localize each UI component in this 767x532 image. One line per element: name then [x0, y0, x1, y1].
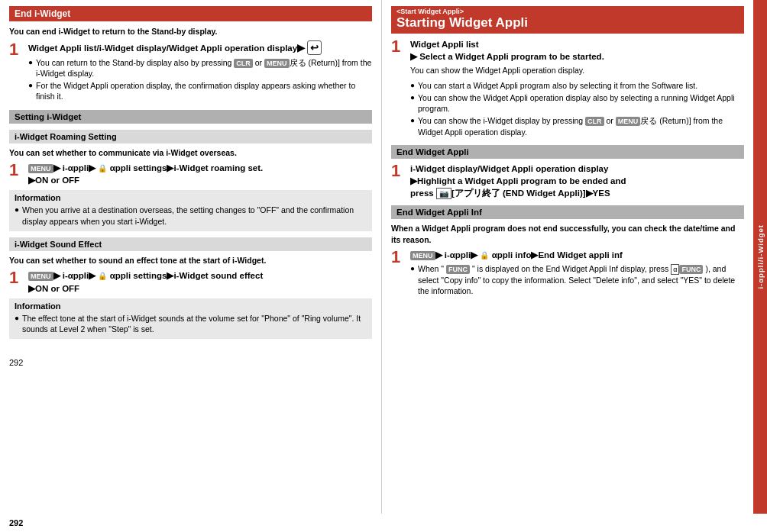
roaming-info-body: ● When you arrive at a destination overs… — [15, 205, 367, 226]
side-tab-label: i-αppli/i-Widget — [756, 224, 765, 289]
bullet-item: ● When " FUNC " is displayed on the End … — [410, 263, 744, 296]
step1-content: Widget Appli list/i-Widget display/Widge… — [28, 41, 372, 104]
content-area: End i-Widget You can end i-Widget to ret… — [0, 0, 767, 514]
menu-key: MENU — [410, 251, 435, 260]
bullet-text: You can start a Widget Appli program als… — [418, 80, 697, 91]
sound-header: i-Widget Sound Effect — [9, 237, 372, 251]
roaming-header: i-Widget Roaming Setting — [9, 130, 372, 143]
menu-key: MENU — [264, 59, 290, 68]
end-widget-appli-inf-step1: 1 MENU▶ i-αppli▶ 🔒 αppli info▶End Widget… — [391, 249, 744, 298]
sound-step1: 1 MENU▶ i-αppli▶ 🔒 αppli settings▶i-Widg… — [9, 269, 372, 294]
menu-key: MENU — [616, 117, 641, 126]
step1-title: Widget Appli list/i-Widget display/Widge… — [28, 41, 372, 55]
page-outer: End i-Widget You can end i-Widget to ret… — [0, 0, 767, 514]
start-widget-step1-body: You can show the Widget Appli operation … — [410, 65, 744, 76]
end-iwidget-header: End i-Widget — [9, 6, 372, 21]
bullet-text: You can show the Widget Appli operation … — [418, 92, 744, 114]
roaming-info-title: Information — [15, 193, 367, 202]
alpha-key: α — [671, 264, 679, 275]
bullet-dot: ● — [15, 205, 22, 226]
roaming-body: You can set whether to communicate via i… — [9, 147, 372, 159]
roaming-step1-content: MENU▶ i-αppli▶ 🔒 αppli settings▶i-Widget… — [28, 162, 372, 186]
bullet-text: You can show the i-Widget display by pre… — [418, 115, 744, 137]
roaming-info-box: Information ● When you arrive at a desti… — [9, 190, 372, 231]
bullet-item: ● You can return to the Stand-by display… — [28, 57, 372, 79]
end-widget-appli-inf-header: End Widget Appli Inf — [391, 205, 744, 219]
start-widget-step1-subtitle: ▶ Select a Widget Appli program to be st… — [410, 50, 744, 63]
end-widget-appli-step1: 1 i-Widget display/Widget Appli operatio… — [391, 163, 744, 199]
start-widget-step1-title: Widget Appli list — [410, 38, 744, 50]
start-widget-header-main: Starting Widget Appli — [391, 15, 744, 34]
start-widget-step1: 1 Widget Appli list ▶ Select a Widget Ap… — [391, 38, 744, 139]
bullet-dot: ● — [410, 263, 418, 296]
bullet-dot: ● — [28, 57, 36, 79]
sound-info-title: Information — [15, 301, 367, 311]
bullet-dot: ● — [410, 80, 418, 91]
sound-step1-title: MENU▶ i-αppli▶ 🔒 αppli settings▶i-Widget… — [28, 269, 372, 294]
func-key2: FUNC — [679, 265, 703, 274]
page-number-bottom: 292 — [0, 514, 767, 532]
bullet-item: ● You can show the i-Widget display by p… — [410, 115, 744, 137]
clr-key: CLR — [234, 59, 253, 68]
setting-iwidget-header: Setting i-Widget — [9, 110, 372, 124]
bullet-item: ● You can start a Widget Appli program a… — [410, 80, 744, 91]
bullet-item: ● You can show the Widget Appli operatio… — [410, 92, 744, 114]
end-iwidget-body: You can end i-Widget to return to the St… — [9, 26, 372, 37]
step-number: 1 — [391, 163, 406, 199]
bullet-dot: ● — [410, 92, 418, 114]
side-tab: i-αppli/i-Widget — [753, 0, 767, 514]
sound-info-text: The effect tone at the start of i-Widget… — [22, 313, 367, 334]
roaming-step1-title: MENU▶ i-αppli▶ 🔒 αppli settings▶i-Widget… — [28, 162, 372, 186]
bullet-dot: ● — [410, 115, 418, 137]
roaming-info-text: When you arrive at a destination oversea… — [22, 205, 367, 226]
left-column: End i-Widget You can end i-Widget to ret… — [0, 0, 382, 514]
start-widget-step1-content: Widget Appli list ▶ Select a Widget Appl… — [410, 38, 744, 139]
bullet-dot: ● — [28, 80, 36, 102]
step-number-1: 1 — [9, 41, 24, 104]
camera-key: 📷 — [436, 188, 451, 199]
end-widget-appli-inf-step1-title: MENU▶ i-αppli▶ 🔒 αppli info▶End Widget a… — [410, 249, 744, 261]
sound-info-box: Information ● The effect tone at the sta… — [9, 298, 372, 339]
step-number: 1 — [9, 162, 24, 186]
menu-key: MENU — [28, 272, 53, 281]
start-widget-header-top: <Start Widget Appli> — [391, 6, 744, 15]
end-widget-appli-step1-content: i-Widget display/Widget Appli operation … — [410, 163, 744, 199]
func-key: FUNC — [446, 265, 470, 274]
sound-body: You can set whether to sound an effect t… — [9, 255, 372, 266]
end-widget-appli-header: End Widget Appli — [391, 145, 744, 159]
right-column: <Start Widget Appli> Starting Widget App… — [382, 0, 753, 514]
menu-key: MENU — [28, 164, 53, 173]
sound-step1-content: MENU▶ i-αppli▶ 🔒 αppli settings▶i-Widget… — [28, 269, 372, 294]
end-widget-appli-inf-bullets: ● When " FUNC " is displayed on the End … — [410, 263, 744, 296]
start-widget-bullets: ● You can start a Widget Appli program a… — [410, 80, 744, 137]
bullet-text: For the Widget Appli operation display, … — [36, 80, 372, 102]
sound-info-body: ● The effect tone at the start of i-Widg… — [15, 313, 367, 334]
bullet-dot: ● — [15, 313, 22, 334]
end-iwidget-step1: 1 Widget Appli list/i-Widget display/Wid… — [9, 41, 372, 104]
step-number: 1 — [9, 269, 24, 294]
page-number: 292 — [9, 343, 372, 367]
step-number: 1 — [391, 249, 406, 298]
end-widget-appli-inf-body: When a Widget Appli program does not end… — [391, 223, 744, 245]
end-widget-appli-step1-title: i-Widget display/Widget Appli operation … — [410, 163, 744, 199]
step1-bullets: ● You can return to the Stand-by display… — [28, 57, 372, 102]
bullet-item: ● For the Widget Appli operation display… — [28, 80, 372, 102]
step-number: 1 — [391, 38, 406, 139]
bullet-text: You can return to the Stand-by display a… — [36, 57, 372, 79]
roaming-step1: 1 MENU▶ i-αppli▶ 🔒 αppli settings▶i-Widg… — [9, 162, 372, 186]
bullet-text: When " FUNC " is displayed on the End Wi… — [418, 263, 744, 296]
clr-key: CLR — [585, 117, 604, 126]
end-widget-appli-inf-step1-content: MENU▶ i-αppli▶ 🔒 αppli info▶End Widget a… — [410, 249, 744, 298]
